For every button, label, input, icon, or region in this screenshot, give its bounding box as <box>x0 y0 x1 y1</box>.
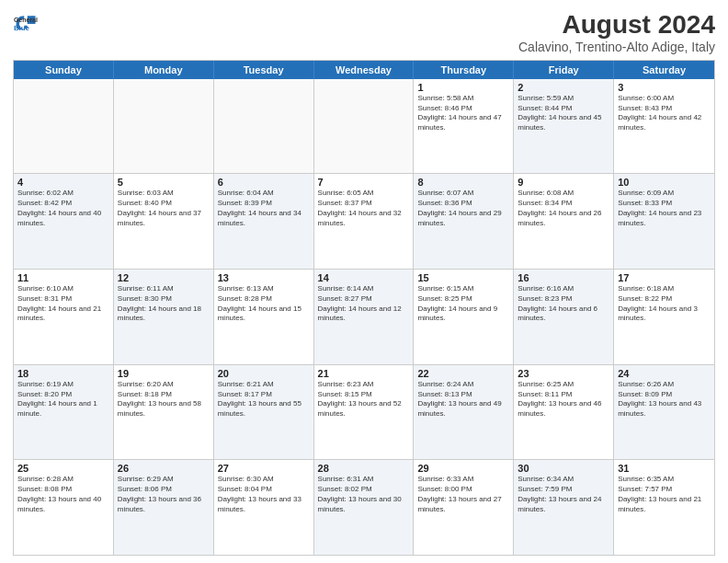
day-info: Sunrise: 6:23 AMSunset: 8:15 PMDaylight:… <box>318 380 410 419</box>
day-info: Sunrise: 6:13 AMSunset: 8:28 PMDaylight:… <box>218 284 310 324</box>
cal-cell-aug27: 27 Sunrise: 6:30 AMSunset: 8:04 PMDaylig… <box>214 460 314 555</box>
day-number: 19 <box>118 368 210 379</box>
day-number: 8 <box>417 177 509 188</box>
cal-cell-aug10: 10 Sunrise: 6:09 AMSunset: 8:33 PMDaylig… <box>614 174 714 269</box>
day-info: Sunrise: 6:16 AMSunset: 8:23 PMDaylight:… <box>518 284 609 324</box>
day-info: Sunrise: 6:03 AMSunset: 8:40 PMDaylight:… <box>118 189 210 228</box>
cal-cell-aug7: 7 Sunrise: 6:05 AMSunset: 8:37 PMDayligh… <box>314 174 415 269</box>
cal-cell-aug1: 1 Sunrise: 5:58 AMSunset: 8:46 PMDayligh… <box>414 79 514 174</box>
header-saturday: Saturday <box>614 61 714 79</box>
cal-cell-aug9: 9 Sunrise: 6:08 AMSunset: 8:34 PMDayligh… <box>514 174 614 269</box>
cal-cell-aug6: 6 Sunrise: 6:04 AMSunset: 8:39 PMDayligh… <box>214 174 314 269</box>
day-number: 24 <box>618 368 711 379</box>
cal-cell-aug20: 20 Sunrise: 6:21 AMSunset: 8:17 PMDaylig… <box>214 365 314 460</box>
day-number: 10 <box>618 177 711 188</box>
day-number: 23 <box>518 368 609 379</box>
cal-cell-aug8: 8 Sunrise: 6:07 AMSunset: 8:36 PMDayligh… <box>414 174 514 269</box>
day-info: Sunrise: 6:24 AMSunset: 8:13 PMDaylight:… <box>417 380 509 419</box>
day-info: Sunrise: 5:58 AMSunset: 8:46 PMDaylight:… <box>417 94 509 133</box>
day-number: 15 <box>417 272 509 283</box>
day-info: Sunrise: 6:09 AMSunset: 8:33 PMDaylight:… <box>618 189 711 228</box>
day-number: 20 <box>218 368 310 379</box>
day-number: 18 <box>17 368 109 379</box>
day-info: Sunrise: 6:29 AMSunset: 8:06 PMDaylight:… <box>118 475 210 514</box>
day-number: 27 <box>218 463 310 474</box>
week-row-3: 11 Sunrise: 6:10 AMSunset: 8:31 PMDaylig… <box>14 269 714 364</box>
page-container: General Blue August 2024 Calavino, Trent… <box>0 0 728 563</box>
day-number: 22 <box>417 368 509 379</box>
cal-cell-aug31: 31 Sunrise: 6:35 AMSunset: 7:57 PMDaylig… <box>614 460 714 555</box>
day-info: Sunrise: 6:34 AMSunset: 7:59 PMDaylight:… <box>518 475 609 514</box>
cal-cell-aug12: 12 Sunrise: 6:11 AMSunset: 8:30 PMDaylig… <box>114 270 214 364</box>
calendar: Sunday Monday Tuesday Wednesday Thursday… <box>13 60 715 556</box>
cal-cell-aug25: 25 Sunrise: 6:28 AMSunset: 8:08 PMDaylig… <box>14 460 114 555</box>
day-info: Sunrise: 6:31 AMSunset: 8:02 PMDaylight:… <box>318 475 410 514</box>
cal-cell-empty <box>214 79 314 174</box>
day-info: Sunrise: 6:18 AMSunset: 8:22 PMDaylight:… <box>618 284 711 324</box>
day-number: 16 <box>518 272 609 283</box>
calendar-body: 1 Sunrise: 5:58 AMSunset: 8:46 PMDayligh… <box>14 79 714 555</box>
day-info: Sunrise: 6:02 AMSunset: 8:42 PMDaylight:… <box>17 189 109 228</box>
day-info: Sunrise: 6:33 AMSunset: 8:00 PMDaylight:… <box>417 475 509 514</box>
svg-text:General: General <box>14 17 38 23</box>
day-number: 12 <box>118 272 210 283</box>
header-tuesday: Tuesday <box>214 61 314 79</box>
day-number: 2 <box>518 82 609 93</box>
day-number: 13 <box>218 272 310 283</box>
calendar-header: Sunday Monday Tuesday Wednesday Thursday… <box>14 61 714 79</box>
week-row-1: 1 Sunrise: 5:58 AMSunset: 8:46 PMDayligh… <box>14 79 714 174</box>
day-info: Sunrise: 6:07 AMSunset: 8:36 PMDaylight:… <box>417 189 509 228</box>
day-number: 4 <box>17 177 109 188</box>
day-info: Sunrise: 5:59 AMSunset: 8:44 PMDaylight:… <box>518 94 609 133</box>
day-info: Sunrise: 6:35 AMSunset: 7:57 PMDaylight:… <box>618 475 711 514</box>
day-number: 25 <box>17 463 109 474</box>
header-sunday: Sunday <box>14 61 114 79</box>
day-number: 11 <box>17 272 109 283</box>
day-info: Sunrise: 6:15 AMSunset: 8:25 PMDaylight:… <box>417 284 509 324</box>
cal-cell-aug26: 26 Sunrise: 6:29 AMSunset: 8:06 PMDaylig… <box>114 460 214 555</box>
day-info: Sunrise: 6:26 AMSunset: 8:09 PMDaylight:… <box>618 380 711 419</box>
svg-text:Blue: Blue <box>14 24 30 32</box>
day-number: 6 <box>218 177 310 188</box>
day-info: Sunrise: 6:05 AMSunset: 8:37 PMDaylight:… <box>318 189 410 228</box>
day-info: Sunrise: 6:21 AMSunset: 8:17 PMDaylight:… <box>218 380 310 419</box>
day-number: 1 <box>417 82 509 93</box>
cal-cell-aug22: 22 Sunrise: 6:24 AMSunset: 8:13 PMDaylig… <box>414 365 514 460</box>
logo: General Blue <box>13 11 39 37</box>
day-info: Sunrise: 6:00 AMSunset: 8:43 PMDaylight:… <box>618 94 711 133</box>
cal-cell-aug14: 14 Sunrise: 6:14 AMSunset: 8:27 PMDaylig… <box>314 270 415 364</box>
week-row-5: 25 Sunrise: 6:28 AMSunset: 8:08 PMDaylig… <box>14 459 714 555</box>
title-block: August 2024 Calavino, Trentino-Alto Adig… <box>518 11 715 54</box>
day-number: 9 <box>518 177 609 188</box>
cal-cell-aug24: 24 Sunrise: 6:26 AMSunset: 8:09 PMDaylig… <box>614 365 714 460</box>
week-row-4: 18 Sunrise: 6:19 AMSunset: 8:20 PMDaylig… <box>14 364 714 460</box>
day-number: 3 <box>618 82 711 93</box>
cal-cell-aug15: 15 Sunrise: 6:15 AMSunset: 8:25 PMDaylig… <box>414 270 514 364</box>
day-number: 31 <box>618 463 711 474</box>
day-info: Sunrise: 6:20 AMSunset: 8:18 PMDaylight:… <box>118 380 210 419</box>
cal-cell-empty <box>314 79 415 174</box>
header: General Blue August 2024 Calavino, Trent… <box>13 11 715 54</box>
cal-cell-aug4: 4 Sunrise: 6:02 AMSunset: 8:42 PMDayligh… <box>14 174 114 269</box>
cal-cell-aug18: 18 Sunrise: 6:19 AMSunset: 8:20 PMDaylig… <box>14 365 114 460</box>
cal-cell-aug3: 3 Sunrise: 6:00 AMSunset: 8:43 PMDayligh… <box>614 79 714 174</box>
header-wednesday: Wednesday <box>314 61 415 79</box>
day-info: Sunrise: 6:30 AMSunset: 8:04 PMDaylight:… <box>218 475 310 514</box>
cal-cell-aug5: 5 Sunrise: 6:03 AMSunset: 8:40 PMDayligh… <box>114 174 214 269</box>
day-number: 17 <box>618 272 711 283</box>
cal-cell-aug29: 29 Sunrise: 6:33 AMSunset: 8:00 PMDaylig… <box>414 460 514 555</box>
day-info: Sunrise: 6:28 AMSunset: 8:08 PMDaylight:… <box>17 475 109 514</box>
day-number: 30 <box>518 463 609 474</box>
day-number: 21 <box>318 368 410 379</box>
header-friday: Friday <box>514 61 614 79</box>
day-info: Sunrise: 6:19 AMSunset: 8:20 PMDaylight:… <box>17 380 109 419</box>
day-number: 7 <box>318 177 410 188</box>
header-thursday: Thursday <box>414 61 514 79</box>
week-row-2: 4 Sunrise: 6:02 AMSunset: 8:42 PMDayligh… <box>14 173 714 269</box>
cal-cell-aug28: 28 Sunrise: 6:31 AMSunset: 8:02 PMDaylig… <box>314 460 415 555</box>
day-info: Sunrise: 6:11 AMSunset: 8:30 PMDaylight:… <box>118 284 210 324</box>
cal-cell-empty <box>114 79 214 174</box>
day-number: 28 <box>318 463 410 474</box>
day-info: Sunrise: 6:14 AMSunset: 8:27 PMDaylight:… <box>318 284 410 324</box>
location-subtitle: Calavino, Trentino-Alto Adige, Italy <box>518 40 715 54</box>
